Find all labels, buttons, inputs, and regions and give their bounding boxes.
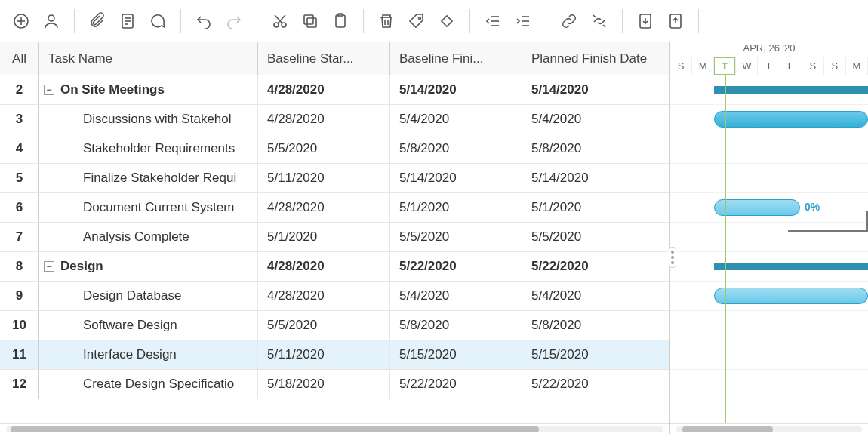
date-cell[interactable]: 5/1/2020: [522, 193, 669, 222]
outdent-button[interactable]: [478, 6, 508, 36]
task-name-cell[interactable]: Software Design: [39, 311, 258, 340]
task-row[interactable]: 8−Design4/28/20205/22/20205/22/2020: [0, 252, 669, 282]
expander-icon[interactable]: −: [44, 261, 54, 272]
date-cell[interactable]: 4/28/2020: [258, 75, 390, 104]
date-cell[interactable]: 5/22/2020: [390, 370, 522, 399]
comment-button[interactable]: [143, 6, 173, 36]
task-row[interactable]: 2−On Site Meetings4/28/20205/14/20205/14…: [0, 75, 669, 105]
task-row[interactable]: 4Stakeholder Requirements5/5/20205/8/202…: [0, 134, 669, 164]
date-cell[interactable]: 5/8/2020: [390, 311, 522, 340]
notes-button[interactable]: [112, 6, 143, 36]
grid-header-baseline-finish[interactable]: Baseline Fini...: [390, 42, 522, 75]
task-row[interactable]: 3Discussions with Stakehol4/28/20205/4/2…: [0, 105, 669, 134]
date-cell[interactable]: 5/8/2020: [522, 311, 669, 340]
row-index[interactable]: 8: [0, 252, 39, 281]
date-cell[interactable]: 5/22/2020: [522, 252, 669, 281]
task-name-cell[interactable]: Create Design Specificatio: [39, 370, 258, 399]
link-button[interactable]: [554, 6, 584, 36]
paste-button[interactable]: [325, 6, 356, 36]
indent-button[interactable]: [508, 6, 538, 36]
date-cell[interactable]: 5/4/2020: [522, 105, 669, 134]
date-cell[interactable]: 4/28/2020: [258, 282, 390, 310]
timeline-body[interactable]: 0%: [670, 75, 868, 423]
grid-header-name[interactable]: Task Name: [39, 42, 258, 75]
date-cell[interactable]: 5/5/2020: [258, 311, 390, 340]
task-row[interactable]: 10Software Design5/5/20205/8/20205/8/202…: [0, 311, 669, 340]
grid-header-planned-finish[interactable]: Planned Finish Date: [522, 42, 669, 75]
row-index[interactable]: 7: [0, 223, 39, 251]
date-cell[interactable]: 5/1/2020: [258, 223, 390, 251]
delete-button[interactable]: [371, 6, 402, 36]
date-cell[interactable]: 5/14/2020: [522, 164, 669, 192]
add-button[interactable]: [6, 6, 36, 36]
milestone-button[interactable]: [432, 6, 462, 36]
date-cell[interactable]: 5/11/2020: [258, 164, 390, 192]
date-cell[interactable]: 5/14/2020: [390, 75, 522, 104]
gantt-hscroll[interactable]: [670, 423, 868, 434]
date-cell[interactable]: 5/14/2020: [522, 75, 669, 104]
task-row[interactable]: 9Design Database4/28/20205/4/20205/4/202…: [0, 282, 669, 311]
date-cell[interactable]: 4/28/2020: [258, 193, 390, 222]
export-button[interactable]: [660, 6, 691, 36]
task-name-cell[interactable]: Design Database: [39, 282, 258, 310]
task-name-cell[interactable]: Discussions with Stakehol: [39, 105, 258, 134]
cut-button[interactable]: [265, 6, 295, 36]
date-cell[interactable]: 5/5/2020: [522, 223, 669, 251]
task-bar[interactable]: [714, 111, 868, 128]
date-cell[interactable]: 5/4/2020: [390, 282, 522, 310]
row-index[interactable]: 2: [0, 75, 39, 104]
row-index[interactable]: 10: [0, 311, 39, 340]
task-name-cell[interactable]: Analysis Complete: [39, 223, 258, 251]
row-index[interactable]: 6: [0, 193, 39, 222]
task-name-cell[interactable]: −On Site Meetings: [39, 75, 258, 104]
grid-hscroll[interactable]: [0, 423, 669, 434]
task-bar[interactable]: [714, 288, 868, 304]
summary-bar[interactable]: [714, 263, 868, 270]
task-name-cell[interactable]: −Design: [39, 252, 258, 281]
import-button[interactable]: [630, 6, 660, 36]
grid-header-idx[interactable]: All: [0, 42, 39, 75]
date-cell[interactable]: 5/11/2020: [258, 340, 390, 369]
task-name-cell[interactable]: Interface Design: [39, 340, 258, 369]
date-cell[interactable]: 5/15/2020: [390, 340, 522, 369]
date-cell[interactable]: 5/15/2020: [522, 340, 669, 369]
redo-button[interactable]: [219, 6, 249, 36]
attach-button[interactable]: [82, 6, 112, 36]
copy-button[interactable]: [295, 6, 325, 36]
task-bar[interactable]: [714, 199, 800, 216]
task-row[interactable]: 6Document Current System4/28/20205/1/202…: [0, 193, 669, 223]
unlink-button[interactable]: [584, 6, 614, 36]
date-cell[interactable]: 5/1/2020: [390, 193, 522, 222]
row-index[interactable]: 12: [0, 370, 39, 399]
row-index[interactable]: 11: [0, 340, 39, 369]
task-name-cell[interactable]: Finalize Stakeholder Requi: [39, 164, 258, 192]
row-index[interactable]: 9: [0, 282, 39, 310]
date-cell[interactable]: 5/18/2020: [258, 370, 390, 399]
task-row[interactable]: 5Finalize Stakeholder Requi5/11/20205/14…: [0, 164, 669, 193]
date-cell[interactable]: 5/5/2020: [258, 134, 390, 163]
date-cell[interactable]: 5/22/2020: [522, 370, 669, 399]
undo-button[interactable]: [189, 6, 219, 36]
user-button[interactable]: [36, 6, 66, 36]
grid-header-baseline-start[interactable]: Baseline Star...: [258, 42, 390, 75]
date-cell[interactable]: 5/4/2020: [390, 105, 522, 134]
row-index[interactable]: 5: [0, 164, 39, 192]
task-row[interactable]: 12Create Design Specificatio5/18/20205/2…: [0, 370, 669, 399]
expander-icon[interactable]: −: [44, 85, 54, 95]
task-name-cell[interactable]: Stakeholder Requirements: [39, 134, 258, 163]
row-index[interactable]: 4: [0, 134, 39, 163]
task-name-cell[interactable]: Document Current System: [39, 193, 258, 222]
summary-bar[interactable]: [714, 86, 868, 94]
date-cell[interactable]: 5/5/2020: [390, 223, 522, 251]
task-row[interactable]: 7Analysis Complete5/1/20205/5/20205/5/20…: [0, 223, 669, 252]
date-cell[interactable]: 5/8/2020: [522, 134, 669, 163]
task-row[interactable]: 11Interface Design5/11/20205/15/20205/15…: [0, 340, 669, 370]
date-cell[interactable]: 5/14/2020: [390, 164, 522, 192]
date-cell[interactable]: 5/22/2020: [390, 252, 522, 281]
date-cell[interactable]: 4/28/2020: [258, 252, 390, 281]
tag-button[interactable]: [402, 6, 432, 36]
date-cell[interactable]: 4/28/2020: [258, 105, 390, 134]
date-cell[interactable]: 5/4/2020: [522, 282, 669, 310]
row-index[interactable]: 3: [0, 105, 39, 134]
splitter-handle[interactable]: [669, 247, 676, 268]
